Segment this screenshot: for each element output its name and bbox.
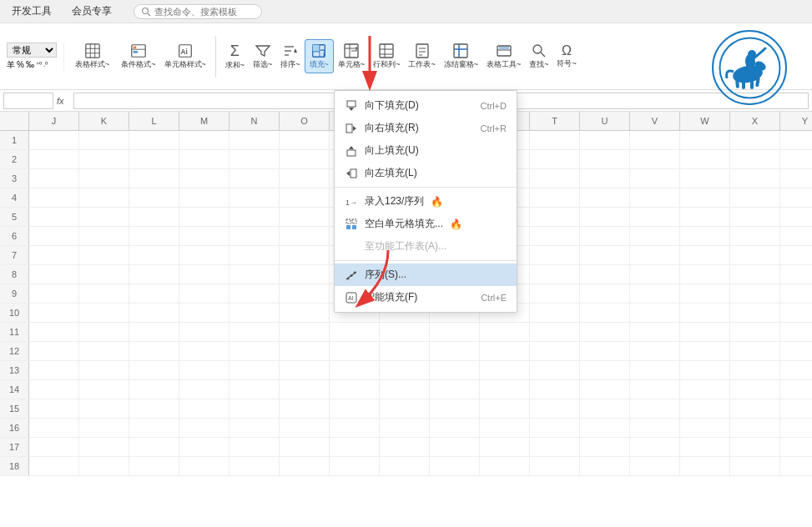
grid-cell[interactable] bbox=[179, 284, 229, 303]
grid-cell[interactable] bbox=[229, 304, 280, 322]
grid-cell[interactable] bbox=[330, 323, 380, 341]
grid-cell[interactable] bbox=[179, 188, 229, 207]
grid-cell[interactable] bbox=[480, 457, 530, 475]
grid-cell[interactable] bbox=[730, 227, 780, 245]
grid-cell[interactable] bbox=[530, 246, 580, 264]
grid-cell[interactable] bbox=[430, 419, 480, 437]
grid-cell[interactable] bbox=[179, 342, 229, 360]
grid-cell[interactable] bbox=[780, 419, 812, 437]
grid-cell[interactable] bbox=[530, 169, 580, 188]
grid-cell[interactable] bbox=[580, 188, 630, 207]
grid-cell[interactable] bbox=[380, 438, 430, 456]
grid-cell[interactable] bbox=[29, 361, 79, 379]
grid-cell[interactable] bbox=[580, 457, 630, 475]
menu-dev-tools[interactable]: 开发工具 bbox=[7, 3, 57, 20]
grid-cell[interactable] bbox=[730, 419, 780, 437]
grid-cell[interactable] bbox=[680, 304, 730, 322]
grid-cell[interactable] bbox=[280, 208, 330, 226]
grid-cell[interactable] bbox=[730, 131, 780, 149]
grid-cell[interactable] bbox=[29, 457, 79, 475]
grid-cell[interactable] bbox=[730, 304, 780, 322]
grid-cell[interactable] bbox=[79, 399, 129, 418]
grid-cell[interactable] bbox=[179, 323, 229, 341]
format-select[interactable]: 常规 bbox=[7, 43, 57, 58]
grid-cell[interactable] bbox=[179, 457, 229, 475]
fill-right-item[interactable]: 向右填充(R) Ctrl+R bbox=[335, 117, 517, 139]
grid-cell[interactable] bbox=[530, 361, 580, 379]
grid-cell[interactable] bbox=[179, 304, 229, 322]
grid-cell[interactable] bbox=[730, 399, 780, 418]
grid-cell[interactable] bbox=[580, 131, 630, 149]
grid-cell[interactable] bbox=[330, 438, 380, 456]
grid-cell[interactable] bbox=[29, 304, 79, 322]
grid-cell[interactable] bbox=[29, 265, 79, 284]
grid-cell[interactable] bbox=[680, 227, 730, 245]
grid-cell[interactable] bbox=[630, 188, 680, 207]
grid-cell[interactable] bbox=[580, 304, 630, 322]
grid-cell[interactable] bbox=[680, 399, 730, 418]
grid-cell[interactable] bbox=[280, 150, 330, 168]
fill-up-item[interactable]: 向上填充(U) bbox=[335, 139, 517, 162]
grid-cell[interactable] bbox=[680, 438, 730, 456]
smart-fill-item[interactable]: AI 智能填充(F) Ctrl+E bbox=[335, 286, 517, 309]
grid-cell[interactable] bbox=[580, 438, 630, 456]
grid-cell[interactable] bbox=[330, 342, 380, 360]
grid-cell[interactable] bbox=[129, 208, 179, 226]
grid-cell[interactable] bbox=[229, 188, 280, 207]
grid-cell[interactable] bbox=[280, 380, 330, 399]
grid-cell[interactable] bbox=[480, 419, 530, 437]
grid-cell[interactable] bbox=[129, 323, 179, 341]
cell-style-btn[interactable]: Ai 单元格样式~ bbox=[160, 40, 210, 73]
grid-cell[interactable] bbox=[630, 361, 680, 379]
grid-cell[interactable] bbox=[680, 361, 730, 379]
grid-cell[interactable] bbox=[630, 419, 680, 437]
grid-cell[interactable] bbox=[79, 284, 129, 303]
symbol-btn[interactable]: Ω 符号~ bbox=[552, 41, 580, 72]
grid-cell[interactable] bbox=[430, 438, 480, 456]
grid-cell[interactable] bbox=[129, 399, 179, 418]
grid-cell[interactable] bbox=[680, 342, 730, 360]
grid-cell[interactable] bbox=[430, 323, 480, 341]
grid-cell[interactable] bbox=[79, 304, 129, 322]
grid-cell[interactable] bbox=[330, 399, 380, 418]
grid-cell[interactable] bbox=[79, 419, 129, 437]
grid-cell[interactable] bbox=[780, 169, 812, 188]
grid-cell[interactable] bbox=[29, 188, 79, 207]
grid-cell[interactable] bbox=[29, 227, 79, 245]
grid-cell[interactable] bbox=[280, 188, 330, 207]
grid-cell[interactable] bbox=[480, 323, 530, 341]
grid-cell[interactable] bbox=[730, 188, 780, 207]
grid-cell[interactable] bbox=[480, 399, 530, 418]
blank-fill-item[interactable]: 空白单元格填充... 🔥 bbox=[335, 213, 517, 235]
grid-cell[interactable] bbox=[29, 323, 79, 341]
grid-cell[interactable] bbox=[780, 246, 812, 264]
grid-cell[interactable] bbox=[730, 342, 780, 360]
grid-cell[interactable] bbox=[79, 227, 129, 245]
grid-cell[interactable] bbox=[580, 342, 630, 360]
grid-cell[interactable] bbox=[129, 438, 179, 456]
grid-cell[interactable] bbox=[630, 342, 680, 360]
table-format-btn[interactable]: 表格样式~ bbox=[71, 40, 113, 73]
grid-cell[interactable] bbox=[430, 457, 480, 475]
grid-cell[interactable] bbox=[179, 208, 229, 226]
search-box[interactable] bbox=[134, 4, 262, 19]
grid-cell[interactable] bbox=[630, 284, 680, 303]
grid-cell[interactable] bbox=[79, 188, 129, 207]
grid-cell[interactable] bbox=[280, 131, 330, 149]
grid-cell[interactable] bbox=[229, 323, 280, 341]
grid-cell[interactable] bbox=[530, 380, 580, 399]
fill-down-item[interactable]: 向下填充(D) Ctrl+D bbox=[335, 94, 517, 117]
grid-cell[interactable] bbox=[280, 399, 330, 418]
grid-cell[interactable] bbox=[780, 380, 812, 399]
grid-cell[interactable] bbox=[179, 419, 229, 437]
grid-cell[interactable] bbox=[730, 208, 780, 226]
grid-cell[interactable] bbox=[630, 227, 680, 245]
grid-cell[interactable] bbox=[179, 227, 229, 245]
sort-btn[interactable]: 排序~ bbox=[276, 40, 304, 73]
grid-cell[interactable] bbox=[730, 380, 780, 399]
grid-cell[interactable] bbox=[480, 380, 530, 399]
grid-cell[interactable] bbox=[780, 323, 812, 341]
grid-cell[interactable] bbox=[780, 342, 812, 360]
grid-cell[interactable] bbox=[480, 361, 530, 379]
grid-cell[interactable] bbox=[229, 131, 280, 149]
